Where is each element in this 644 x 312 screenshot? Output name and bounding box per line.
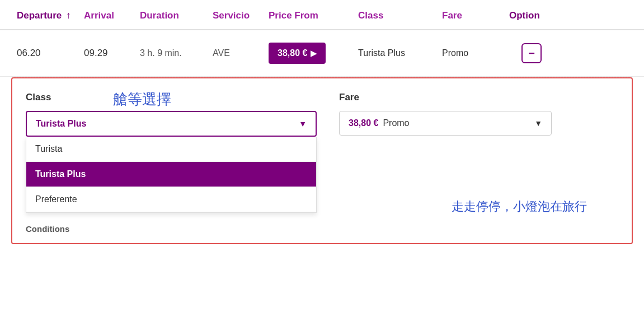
header-duration: Duration (140, 10, 213, 21)
panel-columns: Class Turista Plus ▼ Turista Turista Plu… (26, 92, 618, 213)
conditions-label: Conditions (26, 224, 69, 234)
header-servicio: Servicio (213, 10, 269, 21)
fare-dropdown: 38,80 € Promo ▼ (339, 111, 618, 136)
selected-class-label: Turista Plus (36, 119, 86, 129)
header-arrival: Arrival (84, 10, 140, 21)
expanded-panel: 艙等選擇 Class Turista Plus ▼ Turista Turi (11, 77, 633, 244)
chinese-title: 艙等選擇 (113, 90, 171, 109)
fare-chevron-down-icon: ▼ (534, 119, 542, 128)
fare-panel-label: Fare (339, 92, 618, 103)
header-departure: Departure ↑ (17, 10, 84, 21)
minus-icon: − (528, 47, 535, 60)
departure-value: 06.20 (17, 48, 84, 59)
class-select-button[interactable]: Turista Plus ▼ (26, 111, 317, 137)
table-header: Departure ↑ Arrival Duration Servicio Pr… (0, 0, 644, 30)
class-option-turista[interactable]: Turista (26, 137, 316, 162)
header-option: Option (509, 10, 554, 21)
price-button[interactable]: 38,80 € ▶ (269, 43, 326, 64)
price-amount: 38,80 € (278, 48, 307, 58)
class-option-preferente[interactable]: Preferente (26, 187, 316, 212)
arrival-value: 09.29 (84, 48, 140, 59)
chinese-footer-text: 走走停停，小燈泡在旅行 (452, 198, 587, 215)
conditions-row: Conditions (26, 224, 618, 243)
panel-left: Class Turista Plus ▼ Turista Turista Plu… (26, 92, 317, 213)
price-value[interactable]: 38,80 € ▶ (269, 43, 358, 64)
class-value: Turista Plus (358, 48, 442, 58)
duration-value: 3 h. 9 min. (140, 48, 213, 58)
option-value[interactable]: − (509, 43, 554, 63)
class-option-turista-plus[interactable]: Turista Plus (26, 162, 316, 187)
servicio-value: AVE (213, 48, 269, 58)
fare-select-button[interactable]: 38,80 € Promo ▼ (339, 111, 552, 136)
sort-arrow-icon: ↑ (66, 10, 71, 21)
fare-name-value: Promo (383, 118, 534, 128)
main-container: Departure ↑ Arrival Duration Servicio Pr… (0, 0, 644, 244)
collapse-button[interactable]: − (521, 43, 542, 63)
header-fare: Fare (442, 10, 509, 21)
class-dropdown: Turista Plus ▼ Turista Turista Plus Pref… (26, 111, 317, 213)
chevron-down-icon: ▼ (299, 119, 307, 128)
price-arrow-icon: ▶ (311, 49, 317, 58)
class-panel-label: Class (26, 92, 317, 103)
panel-right: Fare 38,80 € Promo ▼ 走走停停，小燈泡在旅行 (339, 92, 618, 158)
table-row: 06.20 09.29 3 h. 9 min. AVE 38,80 € ▶ Tu… (0, 30, 644, 77)
header-price-from: Price From (269, 10, 358, 21)
class-options-list: Turista Turista Plus Preferente (26, 137, 317, 213)
header-class: Class (358, 10, 442, 21)
fare-value: Promo (442, 48, 509, 58)
fare-price-value: 38,80 € (349, 118, 378, 128)
